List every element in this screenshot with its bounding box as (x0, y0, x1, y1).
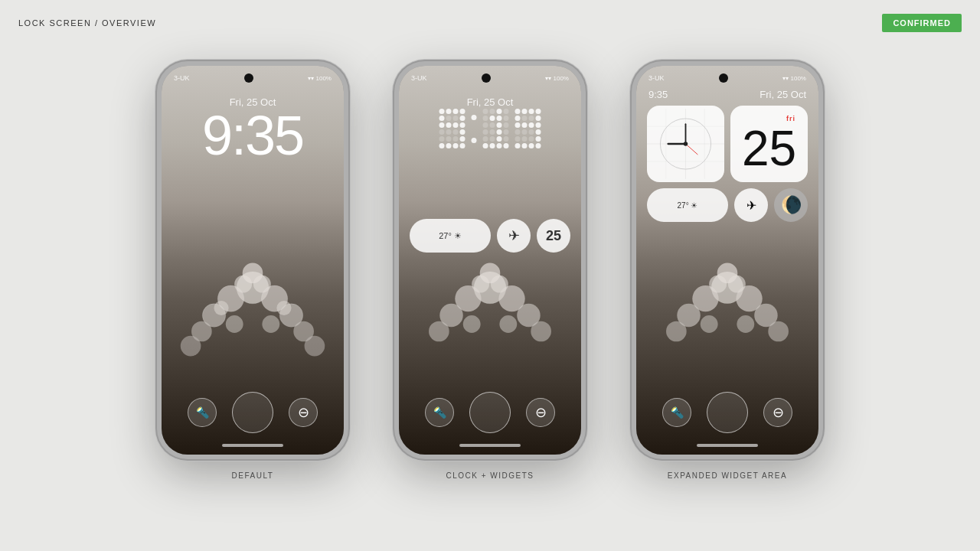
wifi-icon: ▾▾ (308, 75, 314, 82)
phone-default-screen: 3-UK ▾▾ 100% Fri, 25 Oct 9:35 🔦 (162, 66, 344, 455)
flashlight-btn-default[interactable]: 🔦 (188, 398, 217, 427)
phone-expanded-screen: 3-UK ▾▾ 100% 9:35 Fri, 25 Oct (636, 66, 818, 455)
notch-default (244, 73, 253, 83)
plane-widget[interactable]: ✈ (497, 219, 531, 253)
svg-point-10 (276, 301, 291, 315)
time-default: 9:35 (162, 106, 344, 166)
phone-default-wrapper: 3-UK ▾▾ 100% Fri, 25 Oct 9:35 🔦 (157, 61, 348, 480)
cal-num-large: 25 (742, 124, 796, 173)
svg-point-39 (737, 315, 754, 333)
svg-point-9 (214, 301, 229, 315)
phone-label-expanded: EXPANDED WIDGET AREA (668, 471, 787, 480)
svg-point-26 (463, 315, 481, 333)
svg-point-12 (305, 336, 325, 357)
bubble-arch-expanded (636, 240, 818, 393)
status-icons-widgets: ▾▾ 100% (545, 75, 569, 82)
notch-widgets (482, 73, 491, 83)
flashlight-btn-expanded[interactable]: 🔦 (662, 398, 691, 427)
time-small-expanded: 9:35 (648, 89, 668, 100)
moon-widget-sm[interactable]: 🌘 (774, 188, 808, 222)
camera-btn-default[interactable] (232, 392, 273, 433)
widget-row-top: fri 25 (647, 106, 808, 182)
carrier-expanded: 3-UK (648, 74, 665, 82)
phone-label-widgets: CLOCK + WIDGETS (446, 471, 534, 480)
battery-icon: 100% (316, 75, 332, 82)
status-bar-expanded: 3-UK ▾▾ 100% (648, 73, 806, 83)
status-bar-default: 3-UK ▾▾ 100% (174, 73, 332, 83)
camera-btn-expanded[interactable] (707, 392, 748, 433)
svg-point-34 (768, 321, 789, 342)
phone-widgets-wrapper: 3-UK ▾▾ 100% Fri, 25 Oct (394, 61, 586, 480)
phones-container: 3-UK ▾▾ 100% Fri, 25 Oct 9:35 🔦 (0, 46, 980, 551)
phone-default: 3-UK ▾▾ 100% Fri, 25 Oct 9:35 🔦 (157, 61, 348, 459)
svg-point-21 (429, 321, 449, 342)
svg-point-14 (226, 315, 243, 333)
battery-icon-2: 100% (554, 75, 569, 82)
flashlight-btn-widgets[interactable]: 🔦 (425, 398, 454, 427)
cal-widget[interactable]: 25 (537, 219, 570, 253)
clock-face-svg (647, 106, 724, 182)
flashlight-icon-3: 🔦 (671, 406, 684, 419)
minus-icon-default: ⊖ (298, 404, 309, 421)
svg-point-22 (531, 321, 551, 342)
svg-point-25 (480, 263, 501, 284)
home-indicator-widgets (459, 444, 521, 447)
weather-widget-sm[interactable]: 27° ☀ (647, 188, 728, 222)
weather-widget[interactable]: 27° ☀ (410, 219, 491, 253)
date-small-expanded: Fri, 25 Oct (760, 89, 806, 100)
home-indicator-expanded (697, 444, 758, 447)
dot-digit-1 (483, 109, 509, 148)
phone-expanded: 3-UK ▾▾ 100% 9:35 Fri, 25 Oct (632, 61, 823, 459)
phone-widgets: 3-UK ▾▾ 100% Fri, 25 Oct (394, 61, 586, 459)
cal-num: 25 (546, 228, 561, 244)
minus-icon-2: ⊖ (535, 404, 547, 421)
flashlight-icon-default: 🔦 (196, 406, 209, 419)
bottom-shortcuts-default: 🔦 ⊖ (162, 392, 344, 433)
large-widget-grid: fri 25 27° ☀ ✈ 🌘 (647, 106, 808, 222)
plane-icon: ✈ (508, 227, 520, 244)
minus-btn-default[interactable]: ⊖ (289, 398, 318, 427)
status-icons-expanded: ▾▾ 100% (782, 75, 806, 82)
svg-point-13 (243, 263, 263, 284)
minus-icon-3: ⊖ (773, 404, 784, 421)
dot-colon (472, 109, 477, 148)
carrier-widgets: 3-UK (411, 74, 427, 82)
minus-btn-widgets[interactable]: ⊖ (526, 398, 555, 427)
clock-widget-large[interactable] (647, 106, 724, 182)
svg-point-50 (684, 142, 688, 146)
svg-point-37 (717, 263, 738, 284)
battery-icon-3: 100% (791, 75, 806, 82)
svg-point-38 (701, 315, 718, 333)
svg-point-15 (262, 315, 279, 333)
phone-expanded-wrapper: 3-UK ▾▾ 100% 9:35 Fri, 25 Oct (632, 61, 823, 480)
bubble-arch-default (162, 240, 344, 393)
cal-widget-large[interactable]: fri 25 (730, 106, 808, 182)
page-title: LOCK SCREEN / OVERVIEW (18, 18, 156, 28)
flashlight-icon-2: 🔦 (433, 406, 446, 419)
header: LOCK SCREEN / OVERVIEW CONFIRMED (0, 0, 980, 46)
dot-digit-9 (439, 109, 466, 148)
moon-icon-sm: 🌘 (781, 195, 802, 215)
bottom-shortcuts-expanded: 🔦 ⊖ (636, 392, 818, 433)
carrier-default: 3-UK (174, 74, 190, 82)
wifi-icon-2: ▾▾ (545, 75, 551, 82)
weather-text-sm: 27° ☀ (678, 201, 698, 210)
status-icons-default: ▾▾ 100% (308, 75, 332, 82)
weather-text: 27° ☀ (439, 231, 462, 241)
widgets-row: 27° ☀ ✈ 25 (410, 219, 570, 253)
dot-digit-9b (515, 109, 541, 148)
minus-btn-expanded[interactable]: ⊖ (763, 398, 792, 427)
svg-line-49 (686, 144, 698, 155)
svg-point-27 (499, 315, 517, 333)
svg-point-33 (666, 321, 687, 342)
status-bar-widgets: 3-UK ▾▾ 100% (411, 73, 569, 83)
plane-icon-sm: ✈ (746, 198, 756, 213)
plane-widget-sm[interactable]: ✈ (734, 188, 768, 222)
home-indicator-default (222, 444, 283, 447)
notch-expanded (719, 73, 728, 83)
bubble-arch-widgets (399, 240, 581, 393)
confirmed-badge[interactable]: CONFIRMED (882, 14, 962, 32)
camera-btn-widgets[interactable] (469, 392, 511, 433)
wifi-icon-3: ▾▾ (782, 75, 789, 82)
svg-point-11 (181, 336, 201, 357)
